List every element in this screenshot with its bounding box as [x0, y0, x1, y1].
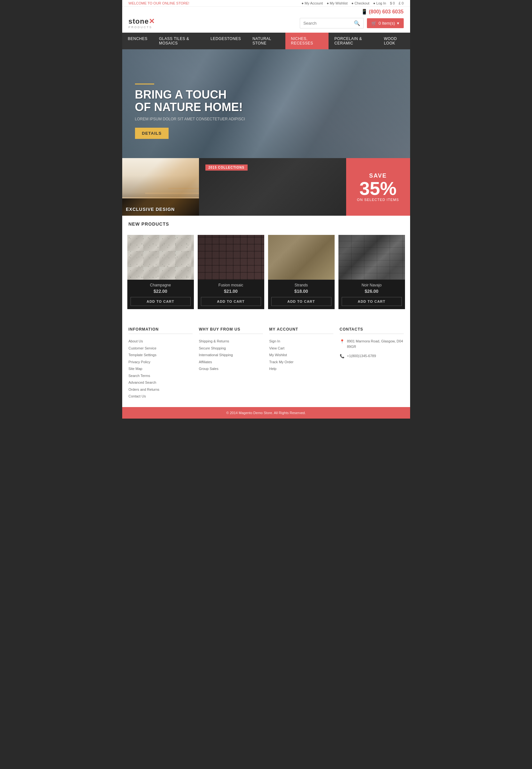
promo-new-badge: 2015 COLLECTIONS: [205, 164, 248, 170]
footer-orders-returns-link[interactable]: Orders and Returns: [129, 387, 193, 393]
logo-mark: ✕: [149, 17, 155, 25]
section-header: NEW PRODUCTS: [122, 216, 410, 230]
footer-help-link[interactable]: Help: [269, 366, 333, 371]
hero-subtitle: Lorem ipsum dolor sit amet consectetuer …: [135, 117, 245, 121]
footer-search-terms-link[interactable]: Search Terms: [129, 373, 193, 378]
promo-save-pct: 35%: [357, 179, 399, 198]
currency-gbp: £ 0: [399, 1, 403, 5]
login-link[interactable]: ● Log In: [373, 1, 386, 5]
footer-customer-service-link[interactable]: Customer Service: [129, 345, 193, 351]
cart-label: 0 Item(s): [378, 21, 395, 26]
footer-col-account: MY ACCOUNT Sign In View Cart My Wishlist…: [269, 327, 333, 401]
my-account-link[interactable]: ● My Account: [302, 1, 323, 5]
copyright-text: © 2014 Magento Demo Store. All Rights Re…: [226, 411, 306, 415]
hero-details-button[interactable]: DETAILS: [135, 128, 169, 139]
nav-niches[interactable]: NICHES, RECESSES: [285, 33, 329, 49]
hero-line: [135, 83, 154, 84]
footer-about-link[interactable]: About Us: [129, 338, 193, 344]
nav-ledgestones[interactable]: LEDGESTONES: [205, 33, 247, 49]
promo-save-label: ON SELECTED ITEMS: [357, 198, 399, 202]
hero-title: BRING A TOUCH OF NATURE HOME!: [135, 88, 245, 114]
footer-address: 8901 Marmora Road, Glasgow, D04 89GR: [347, 338, 404, 349]
footer-template-settings-link[interactable]: Template Settings: [129, 352, 193, 358]
footer-affiliates-link[interactable]: Affiliates: [199, 359, 263, 365]
footer-track-order-link[interactable]: Track My Order: [269, 359, 333, 365]
add-to-cart-button-2[interactable]: ADD TO CART: [201, 297, 261, 306]
footer-contact-link[interactable]: Contact Us: [129, 394, 193, 399]
search-box: 🔍: [300, 18, 364, 28]
footer-my-wishlist-link[interactable]: My Wishlist: [269, 352, 333, 358]
product-name-4: Noir Navajo: [342, 283, 402, 287]
search-icon[interactable]: 🔍: [354, 20, 360, 26]
footer-shipping-link[interactable]: Shipping & Returns: [199, 338, 263, 344]
footer-address-item: 📍 8901 Marmora Road, Glasgow, D04 89GR: [340, 338, 404, 351]
top-bar: WELCOME TO OUR ONLINE STORE! ● My Accoun…: [122, 0, 410, 7]
nav-glass-tiles[interactable]: GLASS TILES & MOSAICS: [153, 33, 205, 49]
cart-icon: 🛒: [371, 21, 377, 26]
phone-number: (800) 603 6035: [369, 9, 404, 14]
add-to-cart-button-1[interactable]: ADD TO CART: [131, 297, 191, 306]
welcome-text: WELCOME TO OUR ONLINE STORE!: [129, 1, 189, 5]
footer-col-contacts: CONTACTS 📍 8901 Marmora Road, Glasgow, D…: [340, 327, 404, 401]
footer-privacy-policy-link[interactable]: Privacy Policy: [129, 359, 193, 365]
footer-intl-shipping-link[interactable]: International Shipping: [199, 352, 263, 358]
footer: INFORMATION About Us Customer Service Te…: [122, 317, 410, 407]
header-right: 🔍 🛒 0 Item(s) ▾: [300, 18, 403, 28]
promo-save-inner: SAVE 35% ON SELECTED ITEMS: [357, 172, 399, 202]
currency-usd: $ 0: [390, 1, 395, 5]
product-card-4: Noir Navajo $26.00 ADD TO CART: [338, 235, 405, 309]
product-price-2: $21.00: [201, 289, 261, 294]
footer-group-sales-link[interactable]: Group Sales: [199, 366, 263, 371]
footer-view-cart-link[interactable]: View Cart: [269, 345, 333, 351]
nav-benches[interactable]: BENCHES: [122, 33, 153, 49]
product-info-1: Champagne $22.00 ADD TO CART: [127, 280, 194, 309]
logo-sub: PRODUCTS: [129, 26, 155, 29]
promo-save: SAVE 35% ON SELECTED ITEMS: [346, 158, 410, 216]
cart-button[interactable]: 🛒 0 Item(s) ▾: [367, 18, 403, 28]
product-name-2: Fusion mosaic: [201, 283, 261, 287]
product-card-3: Strands $18.00 ADD TO CART: [268, 235, 335, 309]
nav-wood-look[interactable]: WOOD LOOK: [378, 33, 410, 49]
product-price-4: $26.00: [342, 289, 402, 294]
product-name-1: Champagne: [131, 283, 191, 287]
footer-col-information: INFORMATION About Us Customer Service Te…: [129, 327, 193, 401]
header-main: stone✕ PRODUCTS 🔍 🛒 0 Item(s) ▾: [122, 15, 410, 33]
promo-exclusive: EXCLUSIVE DESIGN: [122, 158, 199, 216]
logo-name: stone✕: [129, 17, 155, 25]
product-card-1: Champagne $22.00 ADD TO CART: [127, 235, 194, 309]
top-bar-links: ● My Account ● My Wishlist ● Checkout ● …: [302, 1, 404, 5]
product-image-champagne: [127, 235, 194, 280]
footer-advanced-search-link[interactable]: Advanced Search: [129, 380, 193, 385]
footer-phone-item: 📞 +1(800)1345-6789: [340, 353, 404, 360]
product-image-noir: [338, 235, 405, 280]
product-card-2: Fusion mosaic $21.00 ADD TO CART: [198, 235, 264, 309]
search-input[interactable]: [303, 21, 354, 26]
promo-row: EXCLUSIVE DESIGN 2015 COLLECTIONS NEW AR…: [122, 158, 410, 216]
footer-site-map-link[interactable]: Site Map: [129, 366, 193, 371]
nav-natural-stone[interactable]: NATURAL STONE: [247, 33, 285, 49]
product-image-mosaic: [198, 235, 264, 280]
new-products-section: NEW PRODUCTS Champagne $22.00 ADD TO CAR…: [122, 216, 410, 317]
footer-why-title: WHY BUY FROM US: [199, 327, 263, 334]
product-name-3: Strands: [271, 283, 331, 287]
footer-sign-in-link[interactable]: Sign In: [269, 338, 333, 344]
wishlist-link[interactable]: ● My Wishlist: [327, 1, 347, 5]
product-info-3: Strands $18.00 ADD TO CART: [268, 280, 335, 309]
phone-icon: 📱: [361, 9, 368, 14]
promo-new-arrivals: 2015 COLLECTIONS NEW ARRIVALS: [199, 158, 346, 216]
location-icon: 📍: [340, 339, 345, 344]
logo[interactable]: stone✕ PRODUCTS: [129, 17, 155, 29]
footer-secure-shopping-link[interactable]: Secure Shopping: [199, 345, 263, 351]
hero-content: BRING A TOUCH OF NATURE HOME! Lorem ipsu…: [135, 83, 245, 139]
footer-contacts-title: CONTACTS: [340, 327, 404, 334]
footer-col-why: WHY BUY FROM US Shipping & Returns Secur…: [199, 327, 263, 401]
footer-grid: INFORMATION About Us Customer Service Te…: [129, 327, 404, 401]
product-price-1: $22.00: [131, 289, 191, 294]
add-to-cart-button-4[interactable]: ADD TO CART: [342, 297, 402, 306]
checkout-link[interactable]: ● Checkout: [351, 1, 369, 5]
add-to-cart-button-3[interactable]: ADD TO CART: [271, 297, 331, 306]
nav-porcelain[interactable]: PORCELAIN & CERAMIC: [329, 33, 378, 49]
product-info-4: Noir Navajo $26.00 ADD TO CART: [338, 280, 405, 309]
phone-icon: 📞: [340, 354, 345, 358]
hero-banner: BRING A TOUCH OF NATURE HOME! Lorem ipsu…: [122, 49, 410, 158]
